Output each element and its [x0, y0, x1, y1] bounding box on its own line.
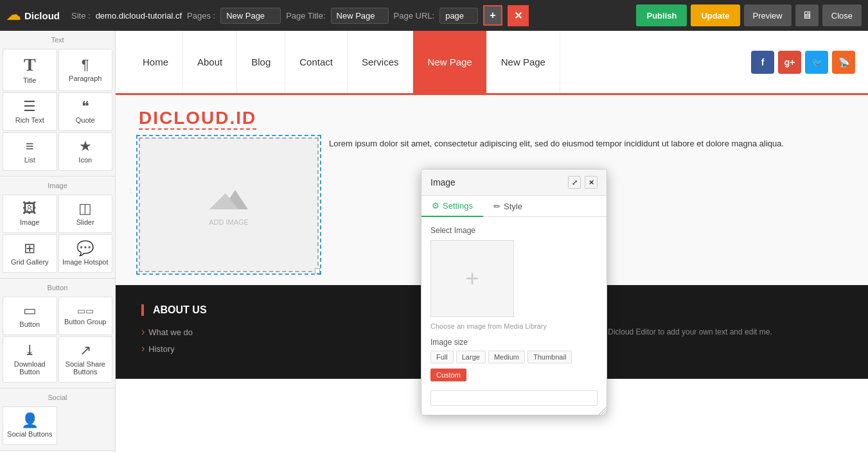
logo-text: Dicloud — [24, 10, 60, 21]
sidebar-item-slider[interactable]: ◫ Slider — [58, 195, 113, 233]
sidebar-button-grid: ▭ Button ▭▭ Button Group ⤓ Download Butt… — [0, 294, 115, 385]
logo-icon: ☁ — [6, 7, 21, 24]
modal-tab-settings[interactable]: ⚙ Settings — [421, 196, 483, 217]
sidebar-item-label: Quote — [76, 116, 95, 124]
sidebar-item-label: List — [24, 156, 35, 164]
sidebar-item-label: Grid Gallery — [11, 258, 49, 266]
modal-title: Image — [430, 177, 456, 187]
sidebar-item-label: Title — [23, 76, 36, 84]
sidebar-item-list[interactable]: ≡ List — [3, 132, 57, 171]
sidebar-item-label: Rich Text — [15, 116, 44, 124]
slider-icon: ◫ — [78, 202, 92, 216]
image-icon: 🖼 — [22, 202, 37, 216]
sidebar-item-label: Icon — [78, 156, 92, 164]
close-button[interactable]: Close — [822, 4, 862, 26]
sidebar-image-grid: 🖼 Image ◫ Slider ⊞ Grid Gallery 💬 Image … — [0, 192, 115, 275]
sidebar-item-label: Social Buttons — [7, 430, 52, 438]
update-button[interactable]: Update — [691, 4, 740, 26]
logo: ☁ Dicloud — [6, 7, 60, 24]
custom-size-input[interactable] — [430, 390, 598, 406]
style-icon: ✏ — [493, 202, 500, 211]
size-large[interactable]: Large — [456, 351, 486, 363]
image-select-box[interactable]: + — [430, 240, 514, 317]
modal-resize-handle[interactable] — [599, 407, 607, 415]
sidebar: Text T Title ¶ Paragraph ☰ Rich Text ❝ Q… — [0, 31, 116, 452]
page-url-label: Page URL: — [394, 11, 435, 21]
sidebar-item-label: Image — [20, 218, 40, 226]
site-label: Site : — [71, 11, 91, 21]
modal-tab-style[interactable]: ✏ Style — [483, 196, 533, 216]
page-url-input[interactable] — [439, 8, 478, 24]
main-layout: Text T Title ¶ Paragraph ☰ Rich Text ❝ Q… — [0, 31, 868, 452]
icon-icon: ★ — [79, 139, 92, 153]
image-modal: Image ⤢ ✕ ⚙ Settings ✏ Style — [421, 169, 607, 415]
pages-label: Pages : — [187, 11, 215, 21]
sidebar-item-image-hotspot[interactable]: 💬 Image Hotspot — [58, 234, 113, 273]
sidebar-item-button[interactable]: ▭ Button — [3, 297, 57, 335]
sidebar-item-paragraph[interactable]: ¶ Paragraph — [58, 49, 113, 91]
sidebar-social-grid: 👤 Social Buttons — [0, 404, 115, 448]
sidebar-section-text: Text — [0, 31, 115, 46]
sidebar-section-social: Social — [0, 388, 115, 404]
hotspot-icon: 💬 — [76, 241, 94, 256]
modal-close-button[interactable]: ✕ — [585, 176, 598, 189]
delete-page-button[interactable]: ✕ — [508, 5, 529, 26]
sidebar-item-label: Button Group — [64, 318, 106, 326]
quote-icon: ❝ — [82, 100, 89, 114]
button-group-icon: ▭▭ — [77, 306, 94, 315]
publish-button[interactable]: Publish — [636, 4, 687, 26]
modal-expand-button[interactable]: ⤢ — [568, 176, 581, 189]
monitor-button[interactable]: 🖥 — [795, 4, 819, 26]
sidebar-section-image: Image — [0, 176, 115, 192]
page-title-input[interactable] — [331, 8, 389, 24]
size-full[interactable]: Full — [430, 351, 454, 363]
grid-gallery-icon: ⊞ — [24, 241, 35, 256]
page-title-label: Page Title: — [286, 11, 325, 21]
sidebar-item-social-buttons[interactable]: 👤 Social Buttons — [3, 406, 57, 445]
image-custom-row: Custom — [430, 369, 598, 381]
topbar-actions: Publish Update Preview 🖥 Close — [636, 4, 862, 26]
size-medium[interactable]: Medium — [488, 351, 525, 363]
modal-body: Select Image + Choose an image from Medi… — [421, 217, 607, 415]
sidebar-item-image[interactable]: 🖼 Image — [3, 195, 57, 233]
sidebar-item-social-share[interactable]: ↗ Social Share Buttons — [58, 336, 113, 383]
settings-icon: ⚙ — [432, 201, 439, 211]
download-icon: ⤓ — [24, 343, 35, 358]
topbar: ☁ Dicloud Site : demo.dicloud-tutorial.c… — [0, 0, 868, 31]
sidebar-item-quote[interactable]: ❝ Quote — [58, 92, 113, 131]
sidebar-item-label: Social Share Buttons — [62, 360, 110, 376]
size-thumbnail[interactable]: Thumbnail — [527, 351, 572, 363]
site-value: demo.dicloud-tutorial.cf — [96, 11, 182, 21]
social-share-icon: ↗ — [80, 343, 91, 358]
select-image-label: Select Image — [430, 226, 598, 235]
sidebar-text-grid: T Title ¶ Paragraph ☰ Rich Text ❝ Quote … — [0, 46, 115, 173]
sidebar-item-label: Image Hotspot — [62, 258, 109, 266]
richtext-icon: ☰ — [23, 100, 36, 114]
sidebar-item-icon[interactable]: ★ Icon — [58, 132, 113, 171]
preview-button[interactable]: Preview — [744, 4, 792, 26]
button-icon: ▭ — [23, 304, 37, 318]
sidebar-item-label: Button — [19, 320, 40, 328]
image-size-options: Full Large Medium Thumbnail — [430, 351, 598, 363]
add-image-icon: + — [465, 265, 479, 292]
sidebar-section-button: Button — [0, 278, 115, 294]
pages-select[interactable]: New Page — [220, 8, 281, 24]
social-buttons-icon: 👤 — [21, 413, 39, 428]
modal-header: Image ⤢ ✕ — [421, 170, 607, 196]
sidebar-item-download-button[interactable]: ⤓ Download Button — [3, 336, 57, 383]
image-size-label: Image size — [430, 338, 598, 347]
modal-overlay: Image ⤢ ✕ ⚙ Settings ✏ Style — [116, 31, 868, 452]
sidebar-item-button-group[interactable]: ▭▭ Button Group — [58, 297, 113, 335]
title-icon: T — [24, 56, 36, 74]
list-icon: ≡ — [26, 139, 34, 153]
canvas: Home About Blog Contact Services New Pag… — [116, 31, 868, 452]
paragraph-icon: ¶ — [82, 58, 89, 72]
sidebar-item-richtext[interactable]: ☰ Rich Text — [3, 92, 57, 131]
sidebar-item-grid-gallery[interactable]: ⊞ Grid Gallery — [3, 234, 57, 273]
size-custom[interactable]: Custom — [430, 369, 466, 381]
image-hint: Choose an image from Media Library — [430, 322, 598, 330]
add-page-button[interactable]: + — [483, 5, 502, 26]
sidebar-item-label: Slider — [76, 218, 94, 226]
sidebar-item-title[interactable]: T Title — [3, 49, 57, 91]
sidebar-item-label: Paragraph — [69, 74, 102, 82]
